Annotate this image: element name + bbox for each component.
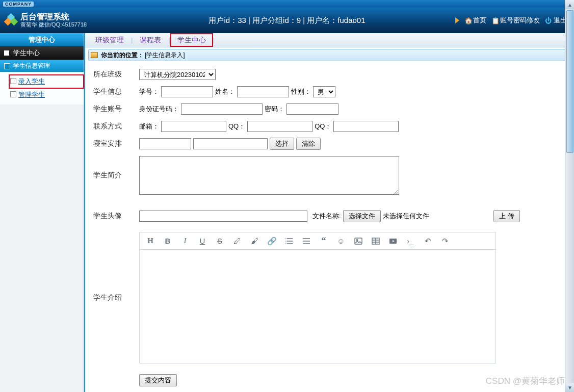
scroll-up-button[interactable]: ▲	[565, 0, 574, 9]
sidebar-group[interactable]: 学生信息管理	[0, 60, 84, 72]
vertical-scrollbar[interactable]: ▲ ▼	[565, 0, 574, 392]
heading-icon[interactable]: H	[146, 237, 155, 246]
rte-toolbar: H B I U S 🖊 🖌 🔗 “ ☺	[139, 232, 496, 249]
window-titlebar: COMPANY	[0, 0, 574, 8]
sidebar-tree: 录入学生 管理学生	[0, 72, 84, 104]
app-subtitle: 黄菊华 微信/QQ:45157718	[20, 21, 87, 29]
power-icon: ⏻	[545, 17, 552, 24]
underline-icon[interactable]: U	[198, 237, 207, 246]
tab-class-management[interactable]: 班级管理	[88, 33, 131, 47]
logo-area: 后台管理系统 黄菊华 微信/QQ:45157718	[0, 13, 143, 29]
folder-icon	[91, 52, 98, 58]
video-icon[interactable]	[388, 237, 398, 246]
company-badge: COMPANY	[3, 2, 34, 7]
label-class: 所在班级	[90, 70, 139, 79]
breadcrumb-value: [学生信息录入]	[145, 51, 185, 60]
tab-student-center[interactable]: 学生中心	[170, 33, 213, 47]
dorm-choose-button[interactable]: 选择	[270, 138, 294, 150]
highlight-icon[interactable]: 🖊	[232, 237, 242, 246]
strike-icon[interactable]: S	[215, 237, 224, 246]
user-info: 用户id：33 | 用户分组id：9 | 用户名：fudao01	[208, 16, 365, 25]
change-password-label: 账号密码修改	[500, 16, 540, 25]
link-icon[interactable]: 🔗	[267, 237, 276, 246]
label-student-info: 学生信息	[90, 87, 139, 96]
label-password: 密码：	[265, 104, 284, 114]
header-actions: 🏠首页 📋账号密码修改 ⏻退出	[451, 16, 567, 25]
logout-link[interactable]: ⏻退出	[545, 16, 567, 25]
dorm-input-2[interactable]	[193, 138, 268, 149]
list-icon[interactable]	[284, 237, 294, 246]
dorm-clear-button[interactable]: 清除	[296, 138, 321, 150]
home-link[interactable]: 🏠首页	[464, 16, 486, 25]
bold-icon[interactable]: B	[163, 237, 172, 246]
breadcrumb-prefix: 你当前的位置：	[101, 51, 144, 60]
idcard-input[interactable]	[181, 103, 263, 115]
emoji-icon[interactable]: ☺	[336, 237, 346, 246]
label-qq1: QQ：	[228, 122, 245, 131]
file-status: 未选择任何文件	[383, 212, 429, 221]
undo-icon[interactable]: ↶	[423, 237, 432, 246]
label-intro: 学生简介	[90, 171, 139, 180]
label-desc: 学生介绍	[90, 293, 139, 302]
avatar-path-input[interactable]	[139, 211, 307, 222]
change-password-link[interactable]: 📋账号密码修改	[491, 16, 540, 25]
label-email: 邮箱：	[139, 122, 159, 131]
gender-select[interactable]: 男	[313, 86, 335, 97]
label-name: 姓名：	[215, 87, 235, 96]
password-input[interactable]	[286, 103, 338, 115]
rte-textarea[interactable]	[139, 249, 496, 363]
triangle-icon	[455, 17, 459, 23]
table-icon[interactable]	[371, 237, 380, 246]
align-icon[interactable]	[302, 237, 311, 246]
label-gender: 性别：	[291, 87, 311, 96]
submit-button[interactable]: 提交内容	[139, 374, 177, 386]
tab-schedule[interactable]: 课程表	[133, 33, 168, 47]
home-link-label: 首页	[473, 16, 486, 25]
sidebar: 管理中心 学生中心 学生信息管理 录入学生 管理学生	[0, 33, 84, 392]
sno-input[interactable]	[161, 86, 213, 97]
qq1-input[interactable]	[247, 121, 312, 132]
tabs-bar: 班级管理| 课程表| 学生中心|	[85, 33, 574, 47]
label-account: 学生账号	[90, 104, 139, 114]
file-choose-button[interactable]: 选择文件	[343, 210, 381, 222]
home-icon: 🏠	[464, 17, 472, 24]
sidebar-item-manage-student[interactable]: 管理学生	[9, 88, 84, 101]
management-center-header: 管理中心	[0, 33, 84, 46]
list-icon: 📋	[491, 17, 499, 24]
sidebar-item-enroll-student[interactable]: 录入学生	[9, 75, 84, 88]
dorm-input-1[interactable]	[139, 138, 191, 149]
app-title: 后台管理系统	[20, 13, 87, 21]
svg-rect-0	[355, 238, 362, 244]
name-input[interactable]	[237, 86, 289, 97]
label-contact: 联系方式	[90, 122, 139, 131]
scroll-down-button[interactable]: ▼	[565, 383, 574, 392]
upload-button[interactable]: 上 传	[493, 210, 520, 222]
svg-point-1	[356, 239, 357, 240]
intro-textarea[interactable]	[139, 156, 399, 195]
brush-icon[interactable]: 🖌	[250, 237, 259, 246]
email-input[interactable]	[161, 121, 226, 132]
app-header: 后台管理系统 黄菊华 微信/QQ:45157718 用户id：33 | 用户分组…	[0, 8, 574, 33]
class-select[interactable]: 计算机分院20230102	[139, 69, 216, 80]
sidebar-category[interactable]: 学生中心	[0, 46, 84, 60]
label-avatar: 学生头像	[90, 212, 139, 221]
more-icon[interactable]: ›_	[406, 237, 415, 246]
label-sno: 学号：	[139, 87, 159, 96]
rich-text-editor: H B I U S 🖊 🖌 🔗 “ ☺	[139, 232, 496, 363]
main-panel: 班级管理| 课程表| 学生中心| 你当前的位置： [学生信息录入] 所在班级 计…	[84, 33, 574, 392]
form-content: 所在班级 计算机分院20230102 学生信息 学号： 姓名： 性别： 男 学生…	[85, 63, 574, 392]
logo-icon	[5, 14, 17, 27]
qq2-input[interactable]	[333, 121, 399, 132]
breadcrumb: 你当前的位置： [学生信息录入]	[88, 49, 571, 61]
file-name-label: 文件名称:	[312, 212, 341, 221]
image-icon[interactable]	[354, 237, 363, 246]
label-qq2: QQ：	[315, 122, 331, 131]
label-idcard: 身份证号码：	[139, 104, 179, 114]
label-dorm: 寝室安排	[90, 139, 139, 148]
italic-icon[interactable]: I	[180, 237, 190, 246]
scrollbar-thumb[interactable]	[566, 10, 573, 153]
quote-icon[interactable]: “	[319, 237, 328, 246]
redo-icon[interactable]: ↷	[440, 237, 450, 246]
